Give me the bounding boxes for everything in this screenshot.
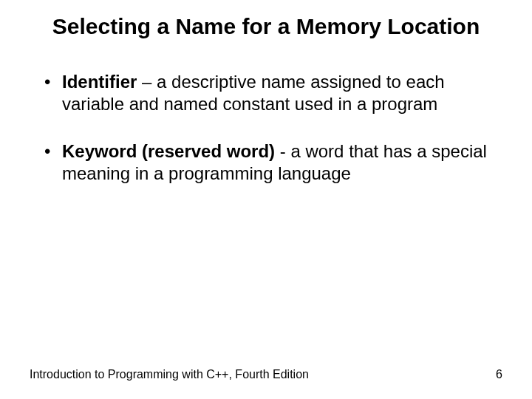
page-number: 6: [496, 368, 502, 381]
footer-text: Introduction to Programming with C++, Fo…: [30, 368, 309, 381]
list-item: Keyword (reserved word) - a word that ha…: [44, 140, 502, 185]
term: Identifier: [62, 72, 137, 92]
bullet-list: Identifier – a descriptive name assigned…: [30, 71, 502, 185]
slide: Selecting a Name for a Memory Location I…: [0, 0, 532, 399]
footer: Introduction to Programming with C++, Fo…: [30, 368, 502, 381]
list-item: Identifier – a descriptive name assigned…: [44, 71, 502, 115]
separator: -: [275, 141, 290, 161]
slide-title: Selecting a Name for a Memory Location: [52, 13, 480, 40]
term: Keyword (reserved word): [62, 141, 275, 161]
separator: –: [137, 72, 157, 92]
